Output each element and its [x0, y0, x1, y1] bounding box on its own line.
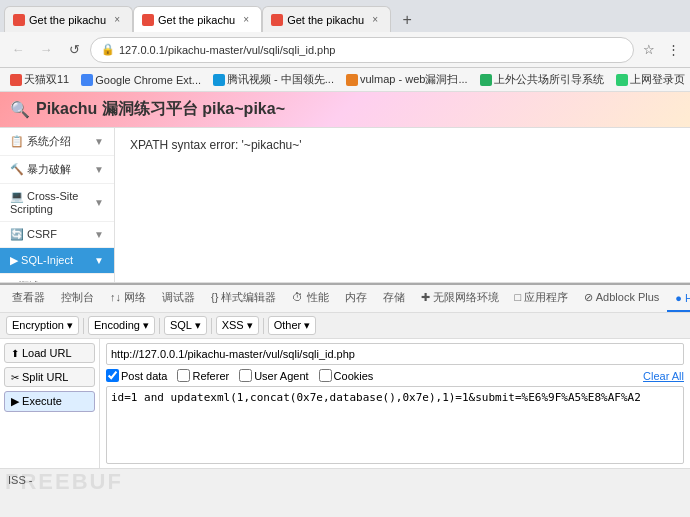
bookmark-tencent[interactable]: 腾讯视频 - 中国领先...	[209, 71, 338, 88]
hackbar-url-input[interactable]	[106, 343, 684, 365]
sidebar-item-brute[interactable]: 🔨 暴力破解 ▼	[0, 156, 114, 184]
hackbar-clear-all-button[interactable]: Clear All	[643, 370, 684, 382]
tab-close-2[interactable]: ×	[239, 13, 253, 27]
bookmark-icon-chrome	[81, 74, 93, 86]
hackbar: Encryption ▾ Encoding ▾ SQL ▾ XSS ▾ Othe…	[0, 313, 690, 468]
devtools-panel: 查看器 控制台 ↑↓ 网络 调试器 {} 样式编辑器 ⏱ 性能 内存 存储 ✚ …	[0, 283, 690, 468]
tab-3[interactable]: Get the pikachu ×	[262, 6, 391, 32]
app-logo-icon: 🔍	[10, 100, 30, 119]
tab-title-1: Get the pikachu	[29, 14, 106, 26]
new-tab-button[interactable]: +	[395, 8, 419, 32]
devtools-tab-apps[interactable]: □ 应用程序	[507, 285, 577, 312]
sidebar-item-intro[interactable]: 📋 系统介绍 ▼	[0, 128, 114, 156]
tab-favicon-2	[142, 14, 154, 26]
hackbar-post-data-checkbox[interactable]: Post data	[106, 369, 167, 382]
bookmark-icon-login	[616, 74, 628, 86]
hackbar-xss-dropdown[interactable]: XSS ▾	[216, 316, 259, 335]
sidebar-label-xss: 💻 Cross-Site Scripting	[10, 190, 94, 215]
sidebar-item-csrf[interactable]: 🔄 CSRF ▼	[0, 222, 114, 248]
tab-1[interactable]: Get the pikachu ×	[4, 6, 133, 32]
sidebar-arrow-sqli: ▼	[94, 255, 104, 266]
browser-chrome: Get the pikachu × Get the pikachu × Get …	[0, 0, 690, 92]
nav-bar: ← → ↺ 🔒 127.0.0.1/pikachu-master/vul/sql…	[0, 32, 690, 68]
hackbar-referer-checkbox[interactable]: Referer	[177, 369, 229, 382]
hackbar-split-url-button[interactable]: ✂ Split URL	[4, 367, 95, 387]
app-title: Pikachu 漏洞练习平台 pika~pika~	[36, 99, 285, 120]
bookmark-chrome-ext[interactable]: Google Chrome Ext...	[77, 73, 205, 87]
tab-title-3: Get the pikachu	[287, 14, 364, 26]
sep-1	[83, 318, 84, 334]
hackbar-encryption-dropdown[interactable]: Encryption ▾	[6, 316, 79, 335]
tab-close-1[interactable]: ×	[110, 13, 124, 27]
devtools-tab-network[interactable]: ↑↓ 网络	[102, 285, 154, 312]
hackbar-cookies-checkbox[interactable]: Cookies	[319, 369, 374, 382]
sep-2	[159, 318, 160, 334]
bookmark-icon-vulmap	[346, 74, 358, 86]
sidebar-subitem-sqli-desc[interactable]: 概述	[0, 274, 114, 282]
address-lock-icon: 🔒	[101, 43, 115, 56]
tab-2[interactable]: Get the pikachu ×	[133, 6, 262, 32]
hackbar-execute-button[interactable]: ▶ Execute	[4, 391, 95, 412]
tab-close-3[interactable]: ×	[368, 13, 382, 27]
hackbar-right-panel: Post data Referer User Agent Cookies C	[100, 339, 690, 468]
sidebar-item-sqli[interactable]: ▶ SQL-Inject ▼	[0, 248, 114, 274]
sidebar-label-csrf: 🔄 CSRF	[10, 228, 57, 241]
devtools-tab-adblock[interactable]: ⊘ Adblock Plus	[576, 285, 667, 312]
devtools-tab-style[interactable]: {} 样式编辑器	[203, 285, 284, 312]
devtools-tab-memory[interactable]: 内存	[337, 285, 375, 312]
devtools-tab-performance[interactable]: ⏱ 性能	[284, 285, 336, 312]
hackbar-sql-dropdown[interactable]: SQL ▾	[164, 316, 207, 335]
hackbar-options-row: Post data Referer User Agent Cookies C	[106, 369, 684, 382]
split-url-icon: ✂	[11, 372, 19, 383]
devtools-tab-console[interactable]: 控制台	[53, 285, 102, 312]
sidebar-arrow-xss: ▼	[94, 197, 104, 208]
app-header: 🔍 Pikachu 漏洞练习平台 pika~pika~	[0, 92, 690, 128]
bookmarks-bar: 天猫双11 Google Chrome Ext... 腾讯视频 - 中国领先..…	[0, 68, 690, 92]
bookmark-guide[interactable]: 上外公共场所引导系统	[476, 71, 608, 88]
forward-button[interactable]: →	[34, 38, 58, 62]
devtools-tab-bar: 查看器 控制台 ↑↓ 网络 调试器 {} 样式编辑器 ⏱ 性能 内存 存储 ✚ …	[0, 285, 690, 313]
sidebar-arrow-brute: ▼	[94, 164, 104, 175]
sidebar: 📋 系统介绍 ▼ 🔨 暴力破解 ▼ 💻 Cross-Site Scripting…	[0, 128, 115, 282]
back-button[interactable]: ←	[6, 38, 30, 62]
sidebar-label-intro: 📋 系统介绍	[10, 134, 71, 149]
status-bar: ISS -	[0, 468, 690, 490]
hackbar-user-agent-checkbox[interactable]: User Agent	[239, 369, 308, 382]
hackbar-other-dropdown[interactable]: Other ▾	[268, 316, 317, 335]
bookmark-star-icon[interactable]: ☆	[638, 39, 660, 61]
bookmark-vulmap[interactable]: vulmap - web漏洞扫...	[342, 71, 472, 88]
tab-bar: Get the pikachu × Get the pikachu × Get …	[0, 0, 690, 32]
sep-4	[263, 318, 264, 334]
address-text: 127.0.0.1/pikachu-master/vul/sqli/sqli_i…	[119, 44, 623, 56]
bookmark-tmall[interactable]: 天猫双11	[6, 71, 73, 88]
devtools-tab-elements[interactable]: 查看器	[4, 285, 53, 312]
tab-title-2: Get the pikachu	[158, 14, 235, 26]
bookmark-icon-tmall	[10, 74, 22, 86]
main-content: XPATH syntax error: '~pikachu~'	[115, 128, 690, 282]
hackbar-left-panel: ⬆ Load URL ✂ Split URL ▶ Execute	[0, 339, 100, 468]
status-text: ISS -	[8, 474, 32, 486]
tab-favicon-1	[13, 14, 25, 26]
main-layout: 📋 系统介绍 ▼ 🔨 暴力破解 ▼ 💻 Cross-Site Scripting…	[0, 128, 690, 283]
tab-favicon-3	[271, 14, 283, 26]
sep-3	[211, 318, 212, 334]
hackbar-encoding-dropdown[interactable]: Encoding ▾	[88, 316, 155, 335]
xpath-error-message: XPATH syntax error: '~pikachu~'	[130, 138, 675, 152]
sidebar-label-brute: 🔨 暴力破解	[10, 162, 71, 177]
devtools-tab-no-throttle[interactable]: ✚ 无限网络环境	[413, 285, 507, 312]
hackbar-body-input[interactable]	[106, 386, 684, 464]
sidebar-arrow-intro: ▼	[94, 136, 104, 147]
hackbar-url-row	[106, 343, 684, 365]
more-options-icon[interactable]: ⋮	[662, 39, 684, 61]
devtools-tab-debugger[interactable]: 调试器	[154, 285, 203, 312]
devtools-tab-storage[interactable]: 存储	[375, 285, 413, 312]
devtools-tab-hackbar[interactable]: ● HackBar	[667, 285, 690, 312]
bookmark-login[interactable]: 上网登录页	[612, 71, 689, 88]
refresh-button[interactable]: ↺	[62, 38, 86, 62]
sidebar-item-xss[interactable]: 💻 Cross-Site Scripting ▼	[0, 184, 114, 222]
nav-right: ☆ ⋮	[638, 39, 684, 61]
hackbar-load-url-button[interactable]: ⬆ Load URL	[4, 343, 95, 363]
address-bar[interactable]: 🔒 127.0.0.1/pikachu-master/vul/sqli/sqli…	[90, 37, 634, 63]
bookmark-icon-tencent	[213, 74, 225, 86]
hackbar-toolbar: Encryption ▾ Encoding ▾ SQL ▾ XSS ▾ Othe…	[0, 313, 690, 339]
